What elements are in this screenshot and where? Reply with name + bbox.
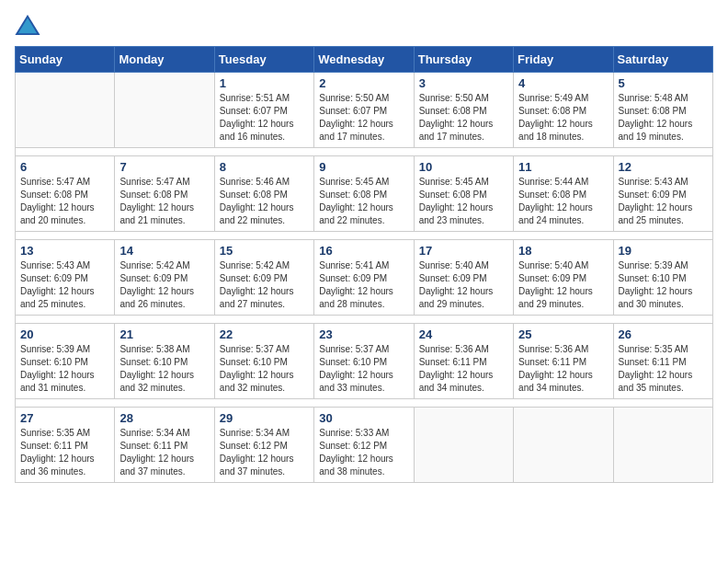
day-detail: Sunrise: 5:45 AMSunset: 6:08 PMDaylight:…	[319, 176, 408, 227]
calendar-cell	[16, 73, 115, 148]
day-number: 20	[20, 327, 109, 341]
row-spacer	[16, 232, 713, 240]
weekday-header: Saturday	[613, 47, 712, 73]
calendar-cell: 13Sunrise: 5:43 AMSunset: 6:09 PMDayligh…	[16, 240, 115, 316]
calendar-cell: 8Sunrise: 5:46 AMSunset: 6:08 PMDaylight…	[214, 156, 313, 232]
calendar-table: SundayMondayTuesdayWednesdayThursdayFrid…	[15, 46, 713, 483]
calendar-cell: 7Sunrise: 5:47 AMSunset: 6:08 PMDaylight…	[115, 156, 214, 232]
day-number: 30	[319, 411, 408, 425]
day-number: 9	[319, 160, 408, 174]
day-number: 17	[419, 244, 508, 258]
day-detail: Sunrise: 5:42 AMSunset: 6:09 PMDaylight:…	[220, 259, 309, 311]
day-number: 26	[619, 327, 708, 341]
calendar-week-row: 13Sunrise: 5:43 AMSunset: 6:09 PMDayligh…	[16, 240, 713, 316]
day-number: 12	[619, 160, 708, 174]
day-detail: Sunrise: 5:43 AMSunset: 6:09 PMDaylight:…	[619, 176, 708, 227]
calendar-cell	[613, 408, 712, 483]
day-detail: Sunrise: 5:45 AMSunset: 6:08 PMDaylight:…	[419, 176, 508, 227]
calendar-cell: 21Sunrise: 5:38 AMSunset: 6:10 PMDayligh…	[115, 324, 214, 399]
day-detail: Sunrise: 5:48 AMSunset: 6:08 PMDaylight:…	[619, 92, 708, 144]
day-detail: Sunrise: 5:37 AMSunset: 6:10 PMDaylight:…	[319, 343, 408, 395]
day-number: 1	[220, 76, 309, 90]
day-number: 27	[20, 411, 109, 425]
calendar-cell: 30Sunrise: 5:33 AMSunset: 6:12 PMDayligh…	[314, 408, 414, 483]
day-number: 29	[220, 411, 309, 425]
weekday-header: Tuesday	[214, 47, 313, 73]
calendar-cell: 29Sunrise: 5:34 AMSunset: 6:12 PMDayligh…	[214, 408, 313, 483]
day-detail: Sunrise: 5:41 AMSunset: 6:09 PMDaylight:…	[319, 259, 408, 311]
calendar-week-row: 27Sunrise: 5:35 AMSunset: 6:11 PMDayligh…	[16, 408, 713, 483]
day-detail: Sunrise: 5:38 AMSunset: 6:10 PMDaylight:…	[119, 343, 209, 395]
calendar-week-row: 1Sunrise: 5:51 AMSunset: 6:07 PMDaylight…	[16, 73, 713, 148]
calendar-cell: 16Sunrise: 5:41 AMSunset: 6:09 PMDayligh…	[314, 240, 414, 316]
page-header	[15, 15, 713, 35]
calendar-cell: 14Sunrise: 5:42 AMSunset: 6:09 PMDayligh…	[115, 240, 214, 316]
calendar-cell: 1Sunrise: 5:51 AMSunset: 6:07 PMDaylight…	[214, 73, 313, 148]
calendar-cell	[414, 408, 513, 483]
calendar-cell: 20Sunrise: 5:39 AMSunset: 6:10 PMDayligh…	[16, 324, 115, 399]
day-number: 6	[20, 160, 109, 174]
day-number: 15	[220, 244, 309, 258]
day-detail: Sunrise: 5:49 AMSunset: 6:08 PMDaylight:…	[518, 92, 608, 144]
logo	[15, 15, 44, 35]
weekday-header: Friday	[514, 47, 613, 73]
day-number: 11	[518, 160, 608, 174]
day-detail: Sunrise: 5:36 AMSunset: 6:11 PMDaylight:…	[419, 343, 508, 395]
day-detail: Sunrise: 5:39 AMSunset: 6:10 PMDaylight:…	[20, 343, 109, 395]
weekday-header: Sunday	[16, 47, 115, 73]
day-number: 14	[119, 244, 209, 258]
day-number: 13	[20, 244, 109, 258]
day-number: 8	[220, 160, 309, 174]
calendar-cell: 4Sunrise: 5:49 AMSunset: 6:08 PMDaylight…	[514, 73, 613, 148]
calendar-cell: 11Sunrise: 5:44 AMSunset: 6:08 PMDayligh…	[514, 156, 613, 232]
day-detail: Sunrise: 5:50 AMSunset: 6:07 PMDaylight:…	[319, 92, 408, 144]
day-number: 16	[319, 244, 408, 258]
calendar-cell: 23Sunrise: 5:37 AMSunset: 6:10 PMDayligh…	[314, 324, 414, 399]
day-number: 10	[419, 160, 508, 174]
calendar-cell: 15Sunrise: 5:42 AMSunset: 6:09 PMDayligh…	[214, 240, 313, 316]
calendar-cell: 27Sunrise: 5:35 AMSunset: 6:11 PMDayligh…	[16, 408, 115, 483]
calendar-cell	[514, 408, 613, 483]
day-number: 2	[319, 76, 408, 90]
logo-icon	[15, 15, 40, 35]
row-spacer	[16, 316, 713, 324]
day-detail: Sunrise: 5:34 AMSunset: 6:12 PMDaylight:…	[220, 427, 309, 478]
day-detail: Sunrise: 5:50 AMSunset: 6:08 PMDaylight:…	[419, 92, 508, 144]
calendar-cell	[115, 73, 214, 148]
day-number: 3	[419, 76, 508, 90]
day-number: 19	[619, 244, 708, 258]
day-number: 25	[518, 327, 608, 341]
day-number: 22	[220, 327, 309, 341]
day-detail: Sunrise: 5:47 AMSunset: 6:08 PMDaylight:…	[119, 176, 209, 227]
day-detail: Sunrise: 5:36 AMSunset: 6:11 PMDaylight:…	[518, 343, 608, 395]
day-number: 28	[119, 411, 209, 425]
calendar-cell: 2Sunrise: 5:50 AMSunset: 6:07 PMDaylight…	[314, 73, 414, 148]
day-detail: Sunrise: 5:35 AMSunset: 6:11 PMDaylight:…	[619, 343, 708, 395]
day-number: 23	[319, 327, 408, 341]
calendar-cell: 17Sunrise: 5:40 AMSunset: 6:09 PMDayligh…	[414, 240, 513, 316]
day-detail: Sunrise: 5:42 AMSunset: 6:09 PMDaylight:…	[119, 259, 209, 311]
calendar-cell: 12Sunrise: 5:43 AMSunset: 6:09 PMDayligh…	[613, 156, 712, 232]
row-spacer	[16, 148, 713, 156]
day-number: 24	[419, 327, 508, 341]
day-detail: Sunrise: 5:47 AMSunset: 6:08 PMDaylight:…	[20, 176, 109, 227]
day-detail: Sunrise: 5:46 AMSunset: 6:08 PMDaylight:…	[220, 176, 309, 227]
day-number: 5	[619, 76, 708, 90]
calendar-cell: 3Sunrise: 5:50 AMSunset: 6:08 PMDaylight…	[414, 73, 513, 148]
day-number: 18	[518, 244, 608, 258]
calendar-cell: 18Sunrise: 5:40 AMSunset: 6:09 PMDayligh…	[514, 240, 613, 316]
day-detail: Sunrise: 5:40 AMSunset: 6:09 PMDaylight:…	[419, 259, 508, 311]
calendar-week-row: 20Sunrise: 5:39 AMSunset: 6:10 PMDayligh…	[16, 324, 713, 399]
calendar-cell: 26Sunrise: 5:35 AMSunset: 6:11 PMDayligh…	[613, 324, 712, 399]
calendar-cell: 19Sunrise: 5:39 AMSunset: 6:10 PMDayligh…	[613, 240, 712, 316]
day-detail: Sunrise: 5:34 AMSunset: 6:11 PMDaylight:…	[119, 427, 209, 478]
calendar-cell: 24Sunrise: 5:36 AMSunset: 6:11 PMDayligh…	[414, 324, 513, 399]
day-number: 4	[518, 76, 608, 90]
weekday-header-row: SundayMondayTuesdayWednesdayThursdayFrid…	[16, 47, 713, 73]
day-detail: Sunrise: 5:44 AMSunset: 6:08 PMDaylight:…	[518, 176, 608, 227]
calendar-cell: 5Sunrise: 5:48 AMSunset: 6:08 PMDaylight…	[613, 73, 712, 148]
day-detail: Sunrise: 5:35 AMSunset: 6:11 PMDaylight:…	[20, 427, 109, 478]
day-detail: Sunrise: 5:33 AMSunset: 6:12 PMDaylight:…	[319, 427, 408, 478]
calendar-cell: 6Sunrise: 5:47 AMSunset: 6:08 PMDaylight…	[16, 156, 115, 232]
calendar-week-row: 6Sunrise: 5:47 AMSunset: 6:08 PMDaylight…	[16, 156, 713, 232]
